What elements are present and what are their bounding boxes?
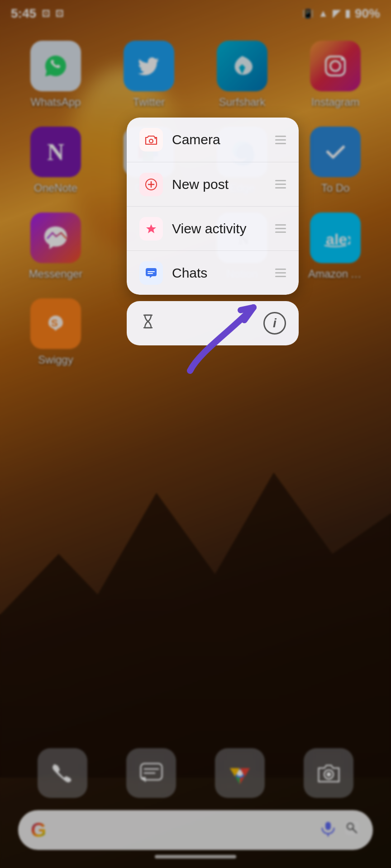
menu-items-group: Camera New post [127,118,299,295]
menu-info-row: i [127,301,299,345]
new-post-drag-handle [275,180,286,189]
menu-item-chats[interactable]: Chats [127,250,299,295]
view-activity-drag-handle [275,224,286,233]
camera-icon [139,128,163,151]
view-activity-icon [139,217,163,241]
menu-item-new-post[interactable]: New post [127,162,299,206]
menu-item-view-activity[interactable]: View activity [127,206,299,250]
view-activity-label: View activity [172,221,266,236]
camera-label: Camera [172,132,266,147]
chats-icon [139,261,163,285]
new-post-label: New post [172,177,266,192]
info-icon[interactable]: i [263,312,286,335]
camera-drag-handle [275,136,286,144]
menu-item-camera[interactable]: Camera [127,118,299,162]
chats-drag-handle [275,269,286,277]
chats-label: Chats [172,265,266,281]
new-post-icon [139,173,163,196]
hourglass-icon [139,313,157,334]
svg-point-16 [155,138,156,139]
context-menu: Camera New post [127,118,299,345]
